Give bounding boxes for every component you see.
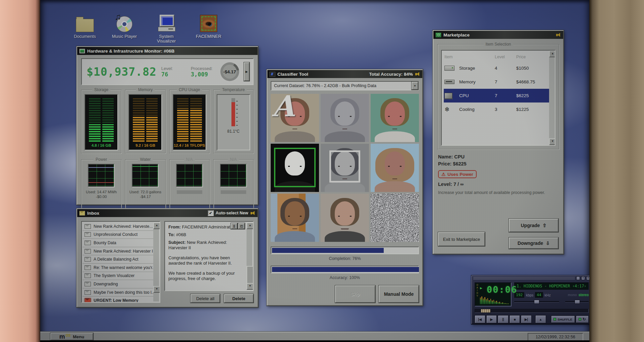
market-row-storage[interactable]: Storage 4 $1050: [444, 61, 548, 75]
icon-label: Documents: [69, 34, 100, 39]
clutterbar[interactable]: OAIDV: [476, 284, 479, 305]
gauge-storage: Storage 4.8 / 16 GB: [81, 90, 121, 153]
next-button[interactable]: ▶|: [521, 315, 532, 323]
mail-item[interactable]: The System Visualizer: [83, 272, 153, 280]
hardware-titlebar[interactable]: Hardware & Infrastructure Monitor: #06B: [77, 47, 258, 55]
mail-item[interactable]: A Delicate Balancing Act: [83, 255, 153, 264]
seek-bar[interactable]: [475, 309, 589, 313]
manual-mode-button[interactable]: Manual Mode: [379, 285, 419, 303]
seek-thumb[interactable]: [481, 309, 491, 313]
pause-button[interactable]: ||: [498, 315, 508, 323]
rate-next-button[interactable]: ▶: [244, 62, 250, 81]
close-icon[interactable]: ✕: [586, 276, 589, 280]
face-tile-3[interactable]: [371, 94, 419, 142]
mail-item[interactable]: Re: The warmest welcome you'r...: [83, 264, 153, 272]
mail-item-urgent[interactable]: URGENT: Low Memory: [83, 296, 153, 303]
samplerate-unit: kHz: [545, 293, 551, 297]
balance-slider[interactable]: [565, 300, 589, 303]
window-marketplace: Marketplace Item Selection Item Level Pr…: [433, 30, 564, 254]
music-note-icon: ♫: [115, 12, 121, 22]
speaker-icon[interactable]: [250, 211, 256, 215]
scroll-up-icon[interactable]: ▲: [247, 222, 254, 229]
volume-slider[interactable]: [514, 300, 559, 303]
player-titlebar[interactable]: _ ▾ ✕: [472, 276, 589, 280]
speaker-icon[interactable]: [415, 72, 420, 76]
mail-list-scrollbar[interactable]: ▲ ▼: [153, 222, 159, 301]
desktop-icon-faceminer[interactable]: FACEMINER: [193, 11, 224, 39]
scroll-down-icon[interactable]: ▼: [247, 283, 254, 290]
accuracy-bar: [271, 266, 419, 273]
pause-notifications-button[interactable]: ||: [231, 223, 237, 229]
face-tile-9-noise[interactable]: [371, 194, 419, 242]
mail-item[interactable]: Unprofessional Conduct: [83, 231, 153, 239]
mail-item[interactable]: New Rank Achieved: Harvester I: [83, 247, 153, 256]
window-classifier: Classifier Tool Total Accuracy: 84% Curr…: [267, 69, 423, 306]
face-tile-4-selected[interactable]: [271, 144, 319, 192]
inbox-titlebar[interactable]: Inbox ✔ Auto-select New: [77, 209, 258, 217]
track-title[interactable]: 1. HIDDENOS - HOPEMINER ‹4:17›: [514, 282, 589, 290]
scroll-down-icon[interactable]: ▼: [153, 286, 160, 293]
face-tile-2[interactable]: [321, 94, 369, 142]
mail-icon: [85, 257, 91, 262]
mail-item[interactable]: Maybe I've been doing this too l...: [83, 288, 153, 297]
monitor-bezel-right: [589, 0, 644, 342]
message-scrollbar[interactable]: ▲ ▼: [247, 222, 252, 290]
power-chart: [88, 164, 115, 187]
item-details: Name: CPU Price: $6225 ⚠ Uses Power Leve…: [438, 154, 558, 195]
windowshade-icon[interactable]: ▾: [581, 276, 585, 280]
time-display[interactable]: 00:06: [487, 284, 517, 295]
skip-button[interactable]: Skip: [335, 285, 375, 303]
scroll-down-icon[interactable]: ▼: [549, 138, 555, 145]
face-tile-7[interactable]: [271, 194, 319, 242]
water-chart: [132, 164, 159, 187]
scroll-thumb[interactable]: [247, 266, 254, 284]
market-row-cooling[interactable]: ❄ Cooling 3 $1225: [444, 102, 548, 116]
delete-button[interactable]: Delete: [224, 294, 254, 303]
autoselect-checkbox[interactable]: ✔: [208, 210, 214, 216]
market-row-cpu-selected[interactable]: CPU 7 $6225: [444, 89, 549, 102]
face-tile-6[interactable]: [371, 144, 419, 192]
exit-to-marketplace-button[interactable]: Exit to Marketplace: [438, 232, 485, 246]
static-noise: [371, 194, 419, 242]
delete-all-button[interactable]: Delete all: [191, 294, 220, 303]
rate-ring: -$4.17: [220, 62, 239, 81]
menu-button[interactable]: mOS Menu: [50, 333, 93, 340]
mail-item[interactable]: Downgrading: [83, 280, 153, 288]
memory-stick-icon: [444, 80, 454, 84]
mail-icon: [85, 273, 91, 278]
desktop-icon-system-visualizer[interactable]: SystemVisualizer: [151, 11, 182, 44]
gauge-memory: Memory 9.2 / 16 GB: [125, 90, 165, 153]
face-tile-5[interactable]: [321, 144, 369, 192]
dropdown-arrow-icon[interactable]: ▼: [412, 82, 418, 90]
mail-item[interactable]: New Rank Achieved: Harveste...: [83, 222, 153, 231]
face-tile-8[interactable]: [321, 194, 369, 242]
face-tile-1[interactable]: A: [271, 94, 319, 142]
play-button[interactable]: ▶: [486, 315, 497, 323]
mail-item[interactable]: Bounty Data: [83, 239, 153, 247]
item-selection-group: Item Selection Item Level Price Storage …: [437, 44, 559, 149]
shuffle-button[interactable]: SHUFFLE: [551, 316, 575, 323]
downgrade-button[interactable]: Downgrade⇩: [509, 237, 558, 249]
eject-button[interactable]: ▲: [535, 315, 546, 323]
speaker-icon[interactable]: [556, 33, 561, 37]
repeat-button[interactable]: ↻: [576, 316, 589, 323]
desktop-icon-music-player[interactable]: ♫ Music Player: [109, 11, 140, 39]
classifier-titlebar[interactable]: Classifier Tool Total Accuracy: 84%: [267, 70, 422, 78]
desktop-icon-documents[interactable]: Documents: [69, 11, 100, 39]
popout-button[interactable]: ◰: [238, 223, 245, 229]
cd-icon: ♫: [116, 16, 132, 32]
minimize-icon[interactable]: _: [576, 276, 580, 280]
previous-button[interactable]: |◀: [475, 315, 485, 323]
mail-icon: [85, 224, 91, 229]
memory-lcd: 9.2 / 16 GB: [128, 94, 162, 150]
marketplace-titlebar[interactable]: Marketplace: [433, 31, 563, 39]
scroll-up-icon[interactable]: ▲: [153, 222, 160, 229]
folder-icon: [76, 19, 94, 32]
market-scrollbar[interactable]: ▲ ▼: [549, 51, 555, 145]
upgrade-button[interactable]: Upgrade⇧: [509, 219, 558, 232]
scroll-up-icon[interactable]: ▲: [549, 51, 555, 57]
market-row-memory[interactable]: Memory 7 $4668.75: [444, 75, 548, 89]
spectrum-analyzer[interactable]: [480, 295, 509, 304]
dataset-dropdown[interactable]: Current Dataset: 76.76% - 2.42GB - Bulk …: [271, 81, 419, 90]
stop-button[interactable]: ■: [509, 315, 520, 323]
